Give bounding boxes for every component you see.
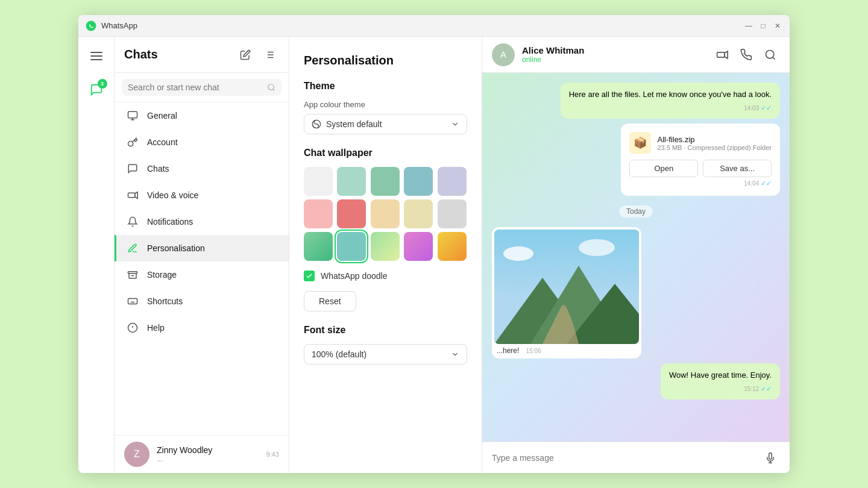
swatch-11[interactable] bbox=[304, 232, 333, 261]
info-icon bbox=[127, 322, 139, 334]
chat-header: A Alice Whitman online bbox=[482, 37, 790, 73]
swatch-7[interactable] bbox=[337, 199, 366, 228]
sidebar-item-notifications[interactable]: Notifications bbox=[115, 208, 289, 235]
filter-button[interactable] bbox=[260, 45, 279, 64]
chat-icon bbox=[127, 163, 139, 175]
chat-area: A Alice Whitman online bbox=[482, 37, 790, 473]
message-5-time: 15:12 ✓✓ bbox=[669, 384, 772, 394]
photo-caption: ...here! 15:06 bbox=[494, 344, 639, 356]
video-call-button[interactable] bbox=[712, 45, 732, 64]
file-info: 📦 All-files.zip 23.5 MB · Compressed (zi… bbox=[629, 132, 772, 154]
date-divider: Today bbox=[619, 205, 653, 217]
maximize-button[interactable]: □ bbox=[758, 21, 768, 31]
theme-dropdown[interactable]: System default bbox=[304, 114, 467, 134]
svg-marker-16 bbox=[135, 192, 138, 199]
svg-point-10 bbox=[268, 84, 274, 90]
account-label: Account bbox=[147, 137, 178, 147]
storage-icon bbox=[127, 269, 139, 281]
message-input[interactable] bbox=[492, 453, 755, 463]
sidebar-item-shortcuts[interactable]: Shortcuts bbox=[115, 288, 289, 314]
sidebar-item-account[interactable]: Account bbox=[115, 129, 289, 155]
swatch-3[interactable] bbox=[371, 167, 400, 196]
hamburger-menu-button[interactable] bbox=[83, 43, 110, 69]
message-1-ticks: ✓✓ bbox=[761, 104, 772, 111]
search-bar bbox=[115, 73, 289, 102]
save-file-button[interactable]: Save as... bbox=[703, 160, 772, 177]
sidebar-item-help[interactable]: Help bbox=[115, 314, 289, 341]
swatch-9[interactable] bbox=[404, 199, 433, 228]
sidebar-item-general[interactable]: General bbox=[115, 102, 289, 129]
swatch-13[interactable] bbox=[371, 232, 400, 261]
notifications-label: Notifications bbox=[147, 217, 193, 227]
chat-list-item[interactable]: Z Zinny Woodley ... 9:43 bbox=[115, 435, 289, 473]
keyboard-icon bbox=[127, 295, 139, 307]
voice-message-button[interactable] bbox=[761, 448, 780, 468]
new-chat-button[interactable] bbox=[236, 45, 255, 64]
pen-icon bbox=[127, 242, 139, 254]
file-meta: 23.5 MB · Compressed (zipped) Folder bbox=[657, 144, 772, 151]
personalisation-label: Personalisation bbox=[147, 243, 205, 253]
file-message-time: 14:04 ✓✓ bbox=[629, 180, 772, 187]
monitor-icon bbox=[127, 110, 139, 122]
wallpaper-section-title: Chat wallpaper bbox=[304, 148, 467, 158]
chat-preview: ... bbox=[157, 455, 259, 463]
search-input[interactable] bbox=[128, 83, 267, 92]
message-1: Here are all the files. Let me know once… bbox=[561, 83, 780, 119]
swatch-15[interactable] bbox=[438, 232, 467, 261]
sidebar-item-storage[interactable]: Storage bbox=[115, 261, 289, 288]
swatch-2[interactable] bbox=[337, 167, 366, 196]
swatch-4[interactable] bbox=[404, 167, 433, 196]
chat-time: 9:43 bbox=[266, 451, 279, 458]
title-bar-controls: — □ ✕ bbox=[744, 21, 782, 31]
svg-rect-19 bbox=[128, 299, 137, 304]
svg-rect-15 bbox=[128, 193, 135, 198]
svg-rect-1 bbox=[90, 52, 102, 53]
panel-title: Personalisation bbox=[304, 54, 467, 67]
contact-avatar: A bbox=[492, 43, 515, 66]
doodle-checkbox-row: WhatsApp doodle bbox=[304, 271, 467, 281]
search-input-wrap bbox=[122, 79, 281, 96]
doodle-checkbox[interactable] bbox=[304, 271, 315, 281]
app-body: 3 Chats bbox=[78, 37, 790, 473]
swatch-6[interactable] bbox=[304, 199, 333, 228]
svg-rect-12 bbox=[128, 111, 137, 118]
message-input-area bbox=[482, 442, 790, 473]
sidebar-item-chats[interactable]: Chats bbox=[115, 155, 289, 182]
font-chevron-icon bbox=[451, 350, 459, 358]
sidebar-item-personalisation[interactable]: Personalisation bbox=[115, 235, 289, 261]
svg-rect-17 bbox=[128, 272, 137, 274]
chats-header: Chats bbox=[115, 37, 289, 73]
search-icon bbox=[267, 83, 275, 92]
search-chat-button[interactable] bbox=[761, 45, 780, 64]
photo-time: 15:06 bbox=[526, 348, 541, 354]
chat-badge: 3 bbox=[98, 79, 107, 89]
theme-icon bbox=[312, 119, 321, 129]
photo-message: ...here! 15:06 bbox=[492, 227, 641, 358]
open-file-button[interactable]: Open bbox=[629, 160, 698, 177]
svg-point-45 bbox=[579, 239, 615, 256]
swatch-12[interactable] bbox=[337, 232, 366, 261]
chats-sidebar-title: Chats bbox=[124, 48, 236, 61]
message-5-text: Wow! Have great time. Enjoy. bbox=[669, 371, 772, 380]
zip-file-icon: 📦 bbox=[629, 132, 651, 154]
chats-nav-button[interactable]: 3 bbox=[83, 77, 110, 103]
app-window: WhatsApp — □ ✕ 3 Chats bbox=[78, 15, 790, 473]
sidebar-item-video-voice[interactable]: Video & voice bbox=[115, 182, 289, 208]
svg-line-39 bbox=[773, 57, 775, 59]
voice-call-button[interactable] bbox=[737, 45, 756, 64]
zinny-avatar: Z bbox=[124, 442, 149, 467]
close-button[interactable]: ✕ bbox=[773, 21, 782, 31]
swatch-14[interactable] bbox=[404, 232, 433, 261]
swatch-5[interactable] bbox=[438, 167, 467, 196]
message-1-time: 14:03 ✓✓ bbox=[569, 103, 772, 113]
swatch-1[interactable] bbox=[304, 167, 333, 196]
swatch-10[interactable] bbox=[438, 199, 467, 228]
svg-rect-36 bbox=[717, 52, 725, 57]
minimize-button[interactable]: — bbox=[744, 21, 753, 31]
font-dropdown[interactable]: 100% (default) bbox=[304, 344, 467, 364]
message-1-text: Here are all the files. Let me know once… bbox=[569, 90, 772, 99]
swatch-8[interactable] bbox=[371, 199, 400, 228]
chevron-down-icon bbox=[451, 120, 459, 128]
reset-button[interactable]: Reset bbox=[304, 291, 356, 311]
svg-point-44 bbox=[503, 246, 533, 261]
